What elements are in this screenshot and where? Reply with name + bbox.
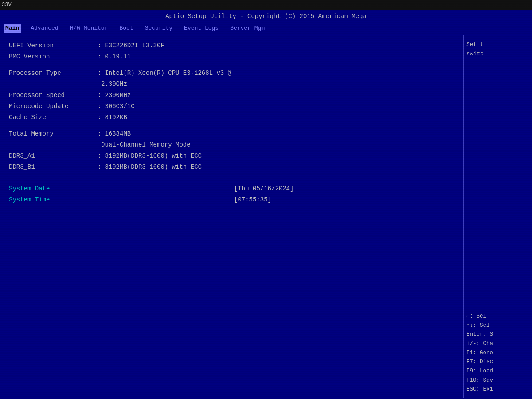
- help-row-esc: ESC: Exi: [466, 385, 529, 394]
- processor-type-label: Processor Type: [9, 69, 98, 78]
- spacer1: [9, 63, 454, 69]
- system-date-label: System Date: [9, 184, 98, 194]
- microcode-label: Microcode Update: [9, 102, 98, 111]
- system-time-value[interactable]: [07:55:35]: [234, 195, 271, 205]
- ddr3a1-row: DDR3_A1 : 8192MB(DDR3-1600) with ECC: [9, 151, 454, 161]
- nav-main[interactable]: Main: [4, 24, 21, 33]
- title-bar: Aptio Setup Utility - Copyright (C) 2015…: [0, 10, 532, 23]
- nav-security[interactable]: Security: [143, 24, 174, 33]
- nav-eventlogs[interactable]: Event Logs: [182, 24, 220, 33]
- memory-mode-row: Dual-Channel Memory Mode: [9, 140, 454, 150]
- ddr3a1-value: 8192MB(DDR3-1600) with ECC: [105, 151, 201, 161]
- cache-size-value: 8192KB: [105, 113, 127, 122]
- system-date-row[interactable]: System Date [Thu 05/16/2024]: [9, 184, 454, 194]
- help-row-enter: Enter: S: [466, 330, 529, 339]
- right-sidebar: Set t switc ↔: Sel ↑↓: Sel Enter: S +/-:…: [463, 35, 532, 398]
- help-row-f1: F1: Gene: [466, 349, 529, 358]
- system-time-row[interactable]: System Time [07:55:35]: [9, 195, 454, 205]
- help-row-f9: F9: Load: [466, 367, 529, 376]
- nav-hwmonitor[interactable]: H/W Monitor: [68, 24, 110, 33]
- ddr3b1-label: DDR3_B1: [9, 163, 98, 172]
- memory-mode-value: Dual-Channel Memory Mode: [101, 140, 191, 150]
- sidebar-top: Set t switc: [466, 39, 529, 304]
- system-date-value[interactable]: [Thu 05/16/2024]: [234, 184, 293, 194]
- bmc-value: 0.19.11: [105, 52, 131, 62]
- nav-servermgmt[interactable]: Server Mgm: [228, 24, 266, 33]
- sidebar-help: ↔: Sel ↑↓: Sel Enter: S +/-: Cha F1: Gen…: [466, 308, 529, 394]
- cache-size-label: Cache Size: [9, 113, 98, 122]
- content-area: UEFI Version : E3C226D2I L3.30F BMC Vers…: [0, 35, 532, 398]
- uefi-version-row: UEFI Version : E3C226D2I L3.30F: [9, 41, 454, 50]
- processor-speed-cont-row: 2.30GHz: [9, 80, 454, 89]
- voltage-label: 33V: [2, 2, 12, 8]
- spacer3: [9, 174, 454, 179]
- help-row-sel-ud: ↑↓: Sel: [466, 321, 529, 330]
- ddr3a1-label: DDR3_A1: [9, 151, 98, 161]
- processor-speed-cont-value: 2.30GHz: [101, 80, 127, 89]
- microcode-value: 306C3/1C: [105, 102, 134, 111]
- spacer2: [9, 124, 454, 129]
- processor-speed-value: 2300MHz: [105, 91, 131, 100]
- uefi-label: UEFI Version: [9, 41, 98, 50]
- sidebar-top-text2: switc: [466, 50, 529, 59]
- ddr3b1-value: 8192MB(DDR3-1600) with ECC: [105, 163, 201, 172]
- help-row-f10: F10: Sav: [466, 376, 529, 385]
- help-row-sel-lr: ↔: Sel: [466, 312, 529, 321]
- help-row-f7: F7: Disc: [466, 357, 529, 367]
- processor-speed-cont-label: [9, 80, 98, 89]
- ddr3b1-row: DDR3_B1 : 8192MB(DDR3-1600) with ECC: [9, 163, 454, 172]
- processor-speed-label: Processor Speed: [9, 91, 98, 100]
- main-content: UEFI Version : E3C226D2I L3.30F BMC Vers…: [0, 35, 463, 398]
- processor-speed-row: Processor Speed : 2300MHz: [9, 91, 454, 100]
- processor-type-value: Intel(R) Xeon(R) CPU E3-1268L v3 @: [105, 69, 231, 78]
- nav-boot[interactable]: Boot: [117, 24, 135, 33]
- total-memory-value: 16384MB: [105, 129, 131, 139]
- spacer4: [9, 179, 454, 184]
- bmc-label: BMC Version: [9, 52, 98, 62]
- memory-mode-label: [9, 140, 98, 150]
- top-bar: 33V: [0, 0, 532, 10]
- nav-advanced[interactable]: Advanced: [29, 24, 60, 33]
- processor-type-row: Processor Type : Intel(R) Xeon(R) CPU E3…: [9, 69, 454, 78]
- cache-size-row: Cache Size : 8192KB: [9, 113, 454, 122]
- bios-title: Aptio Setup Utility - Copyright (C) 2015…: [165, 13, 367, 20]
- help-row-plusminus: +/-: Cha: [466, 339, 529, 349]
- uefi-value: E3C226D2I L3.30F: [105, 41, 164, 50]
- total-memory-row: Total Memory : 16384MB: [9, 129, 454, 139]
- microcode-row: Microcode Update : 306C3/1C: [9, 102, 454, 111]
- screen: 33V Aptio Setup Utility - Copyright (C) …: [0, 0, 532, 399]
- bmc-version-row: BMC Version : 0.19.11: [9, 52, 454, 62]
- bios-container: Aptio Setup Utility - Copyright (C) 2015…: [0, 10, 532, 399]
- total-memory-label: Total Memory: [9, 129, 98, 139]
- system-time-label: System Time: [9, 195, 98, 205]
- sidebar-top-text1: Set t: [466, 40, 529, 50]
- nav-bar: Main Advanced H/W Monitor Boot Security …: [0, 23, 532, 35]
